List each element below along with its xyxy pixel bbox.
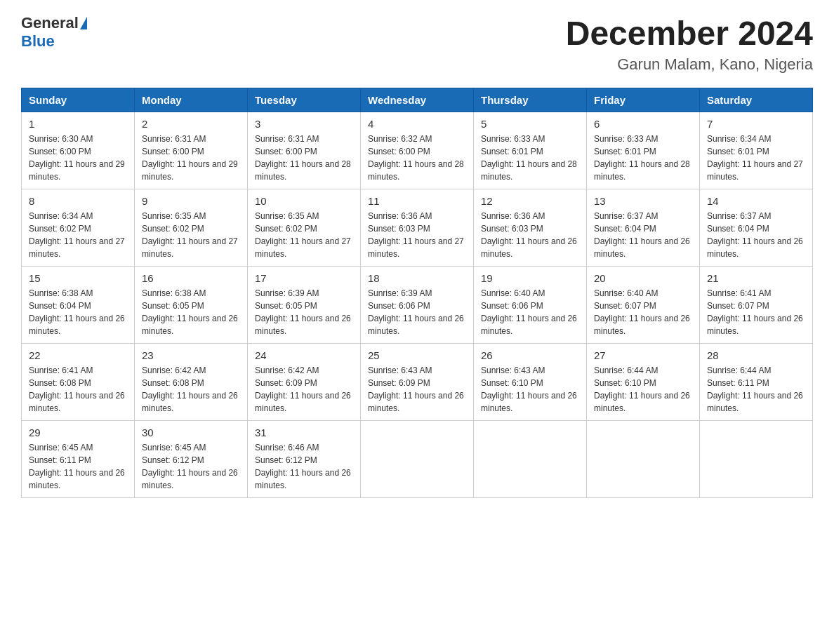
day-number: 6 bbox=[594, 118, 692, 130]
day-cell-29: 29 Sunrise: 6:45 AM Sunset: 6:11 PM Dayl… bbox=[22, 421, 135, 498]
day-cell-4: 4 Sunrise: 6:32 AM Sunset: 6:00 PM Dayli… bbox=[361, 112, 474, 189]
day-info: Sunrise: 6:43 AM Sunset: 6:09 PM Dayligh… bbox=[368, 364, 466, 415]
day-info: Sunrise: 6:43 AM Sunset: 6:10 PM Dayligh… bbox=[481, 364, 579, 415]
day-info: Sunrise: 6:44 AM Sunset: 6:11 PM Dayligh… bbox=[707, 364, 805, 415]
day-cell-13: 13 Sunrise: 6:37 AM Sunset: 6:04 PM Dayl… bbox=[587, 189, 700, 267]
empty-cell bbox=[474, 421, 587, 498]
day-info: Sunrise: 6:41 AM Sunset: 6:07 PM Dayligh… bbox=[707, 287, 805, 337]
day-number: 15 bbox=[29, 272, 127, 284]
header-day-thursday: Thursday bbox=[474, 88, 587, 112]
day-cell-30: 30 Sunrise: 6:45 AM Sunset: 6:12 PM Dayl… bbox=[135, 421, 248, 498]
day-info: Sunrise: 6:44 AM Sunset: 6:10 PM Dayligh… bbox=[594, 364, 692, 415]
day-info: Sunrise: 6:31 AM Sunset: 6:00 PM Dayligh… bbox=[142, 133, 240, 183]
day-cell-2: 2 Sunrise: 6:31 AM Sunset: 6:00 PM Dayli… bbox=[135, 112, 248, 189]
empty-cell bbox=[587, 421, 700, 498]
week-row-5: 29 Sunrise: 6:45 AM Sunset: 6:11 PM Dayl… bbox=[22, 421, 813, 498]
day-cell-6: 6 Sunrise: 6:33 AM Sunset: 6:01 PM Dayli… bbox=[587, 112, 700, 189]
day-cell-21: 21 Sunrise: 6:41 AM Sunset: 6:07 PM Dayl… bbox=[700, 267, 813, 344]
day-cell-25: 25 Sunrise: 6:43 AM Sunset: 6:09 PM Dayl… bbox=[361, 344, 474, 421]
day-cell-14: 14 Sunrise: 6:37 AM Sunset: 6:04 PM Dayl… bbox=[700, 189, 813, 267]
day-cell-22: 22 Sunrise: 6:41 AM Sunset: 6:08 PM Dayl… bbox=[22, 344, 135, 421]
week-row-4: 22 Sunrise: 6:41 AM Sunset: 6:08 PM Dayl… bbox=[22, 344, 813, 421]
day-number: 3 bbox=[255, 118, 353, 130]
logo-general-text: General bbox=[21, 14, 79, 32]
day-number: 20 bbox=[594, 272, 692, 284]
week-row-3: 15 Sunrise: 6:38 AM Sunset: 6:04 PM Dayl… bbox=[22, 267, 813, 344]
day-number: 4 bbox=[368, 118, 466, 130]
day-info: Sunrise: 6:38 AM Sunset: 6:04 PM Dayligh… bbox=[29, 287, 127, 337]
day-number: 16 bbox=[142, 272, 240, 284]
day-info: Sunrise: 6:42 AM Sunset: 6:08 PM Dayligh… bbox=[142, 364, 240, 415]
day-info: Sunrise: 6:39 AM Sunset: 6:05 PM Dayligh… bbox=[255, 287, 353, 337]
day-number: 12 bbox=[481, 195, 579, 207]
day-info: Sunrise: 6:35 AM Sunset: 6:02 PM Dayligh… bbox=[142, 210, 240, 260]
day-number: 17 bbox=[255, 272, 353, 284]
header-day-tuesday: Tuesday bbox=[248, 88, 361, 112]
day-cell-9: 9 Sunrise: 6:35 AM Sunset: 6:02 PM Dayli… bbox=[135, 189, 248, 267]
logo: General Blue bbox=[21, 14, 87, 51]
day-number: 5 bbox=[481, 118, 579, 130]
day-number: 24 bbox=[255, 349, 353, 361]
week-row-1: 1 Sunrise: 6:30 AM Sunset: 6:00 PM Dayli… bbox=[22, 112, 813, 189]
day-info: Sunrise: 6:45 AM Sunset: 6:11 PM Dayligh… bbox=[29, 441, 127, 492]
header-day-monday: Monday bbox=[135, 88, 248, 112]
day-number: 23 bbox=[142, 349, 240, 361]
day-info: Sunrise: 6:33 AM Sunset: 6:01 PM Dayligh… bbox=[594, 133, 692, 183]
day-info: Sunrise: 6:31 AM Sunset: 6:00 PM Dayligh… bbox=[255, 133, 353, 183]
day-number: 2 bbox=[142, 118, 240, 130]
day-cell-5: 5 Sunrise: 6:33 AM Sunset: 6:01 PM Dayli… bbox=[474, 112, 587, 189]
day-cell-11: 11 Sunrise: 6:36 AM Sunset: 6:03 PM Dayl… bbox=[361, 189, 474, 267]
day-number: 30 bbox=[142, 427, 240, 438]
day-number: 29 bbox=[29, 427, 127, 438]
day-info: Sunrise: 6:40 AM Sunset: 6:06 PM Dayligh… bbox=[481, 287, 579, 337]
logo-triangle-icon bbox=[80, 17, 87, 29]
calendar-table: SundayMondayTuesdayWednesdayThursdayFrid… bbox=[21, 88, 813, 498]
header-day-friday: Friday bbox=[587, 88, 700, 112]
day-info: Sunrise: 6:30 AM Sunset: 6:00 PM Dayligh… bbox=[29, 133, 127, 183]
day-info: Sunrise: 6:36 AM Sunset: 6:03 PM Dayligh… bbox=[481, 210, 579, 260]
day-cell-7: 7 Sunrise: 6:34 AM Sunset: 6:01 PM Dayli… bbox=[700, 112, 813, 189]
header-day-saturday: Saturday bbox=[700, 88, 813, 112]
day-number: 18 bbox=[368, 272, 466, 284]
week-row-2: 8 Sunrise: 6:34 AM Sunset: 6:02 PM Dayli… bbox=[22, 189, 813, 267]
day-cell-18: 18 Sunrise: 6:39 AM Sunset: 6:06 PM Dayl… bbox=[361, 267, 474, 344]
day-number: 26 bbox=[481, 349, 579, 361]
day-info: Sunrise: 6:37 AM Sunset: 6:04 PM Dayligh… bbox=[594, 210, 692, 260]
empty-cell bbox=[700, 421, 813, 498]
day-number: 21 bbox=[707, 272, 805, 284]
day-number: 27 bbox=[594, 349, 692, 361]
day-cell-27: 27 Sunrise: 6:44 AM Sunset: 6:10 PM Dayl… bbox=[587, 344, 700, 421]
day-cell-26: 26 Sunrise: 6:43 AM Sunset: 6:10 PM Dayl… bbox=[474, 344, 587, 421]
title-section: December 2024 Garun Malam, Kano, Nigeria bbox=[566, 14, 813, 74]
logo-blue-text: Blue bbox=[21, 32, 55, 50]
calendar-title: December 2024 bbox=[566, 14, 813, 53]
header-day-sunday: Sunday bbox=[22, 88, 135, 112]
day-number: 25 bbox=[368, 349, 466, 361]
header-day-wednesday: Wednesday bbox=[361, 88, 474, 112]
day-info: Sunrise: 6:42 AM Sunset: 6:09 PM Dayligh… bbox=[255, 364, 353, 415]
page-header: General Blue December 2024 Garun Malam, … bbox=[21, 14, 813, 74]
day-info: Sunrise: 6:41 AM Sunset: 6:08 PM Dayligh… bbox=[29, 364, 127, 415]
day-number: 8 bbox=[29, 195, 127, 207]
day-cell-12: 12 Sunrise: 6:36 AM Sunset: 6:03 PM Dayl… bbox=[474, 189, 587, 267]
day-number: 19 bbox=[481, 272, 579, 284]
day-cell-28: 28 Sunrise: 6:44 AM Sunset: 6:11 PM Dayl… bbox=[700, 344, 813, 421]
day-cell-1: 1 Sunrise: 6:30 AM Sunset: 6:00 PM Dayli… bbox=[22, 112, 135, 189]
day-cell-8: 8 Sunrise: 6:34 AM Sunset: 6:02 PM Dayli… bbox=[22, 189, 135, 267]
calendar-subtitle: Garun Malam, Kano, Nigeria bbox=[566, 55, 813, 74]
day-info: Sunrise: 6:34 AM Sunset: 6:01 PM Dayligh… bbox=[707, 133, 805, 183]
day-number: 14 bbox=[707, 195, 805, 207]
day-info: Sunrise: 6:40 AM Sunset: 6:07 PM Dayligh… bbox=[594, 287, 692, 337]
day-cell-19: 19 Sunrise: 6:40 AM Sunset: 6:06 PM Dayl… bbox=[474, 267, 587, 344]
day-number: 1 bbox=[29, 118, 127, 130]
day-cell-10: 10 Sunrise: 6:35 AM Sunset: 6:02 PM Dayl… bbox=[248, 189, 361, 267]
day-info: Sunrise: 6:33 AM Sunset: 6:01 PM Dayligh… bbox=[481, 133, 579, 183]
day-cell-16: 16 Sunrise: 6:38 AM Sunset: 6:05 PM Dayl… bbox=[135, 267, 248, 344]
day-cell-31: 31 Sunrise: 6:46 AM Sunset: 6:12 PM Dayl… bbox=[248, 421, 361, 498]
day-cell-17: 17 Sunrise: 6:39 AM Sunset: 6:05 PM Dayl… bbox=[248, 267, 361, 344]
day-cell-20: 20 Sunrise: 6:40 AM Sunset: 6:07 PM Dayl… bbox=[587, 267, 700, 344]
day-number: 28 bbox=[707, 349, 805, 361]
day-number: 13 bbox=[594, 195, 692, 207]
day-info: Sunrise: 6:36 AM Sunset: 6:03 PM Dayligh… bbox=[368, 210, 466, 260]
day-info: Sunrise: 6:37 AM Sunset: 6:04 PM Dayligh… bbox=[707, 210, 805, 260]
